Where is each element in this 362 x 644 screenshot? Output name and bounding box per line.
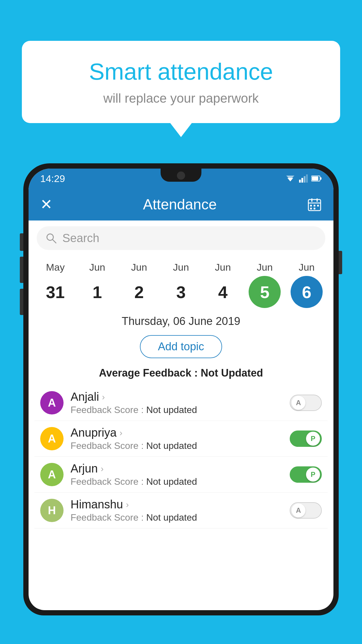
svg-line-19: [52, 239, 56, 243]
student-info: Anupriya ›Feedback Score : Not updated: [71, 426, 283, 451]
search-bar[interactable]: Search: [37, 226, 325, 250]
student-avatar: A: [40, 391, 64, 414]
calendar-day[interactable]: Jun4: [205, 262, 240, 308]
student-name: Arjun ›: [71, 462, 283, 475]
attendance-toggle[interactable]: P: [290, 466, 322, 483]
calendar-month-label: Jun: [257, 262, 273, 273]
svg-rect-12: [317, 198, 318, 202]
calendar-date-number[interactable]: 2: [123, 276, 155, 308]
attendance-toggle[interactable]: P: [290, 430, 322, 447]
power-button: [339, 251, 342, 274]
calendar-month-label: Jun: [131, 262, 147, 273]
attendance-toggle[interactable]: A: [290, 395, 322, 411]
calendar-date-number[interactable]: 1: [81, 276, 113, 308]
attendance-toggle-container: P: [290, 466, 322, 483]
attendance-toggle-container: P: [290, 430, 322, 447]
student-feedback: Feedback Score : Not updated: [71, 476, 283, 487]
student-feedback: Feedback Score : Not updated: [71, 405, 283, 415]
close-button[interactable]: ✕: [40, 196, 52, 213]
chevron-icon: ›: [101, 464, 103, 474]
avg-feedback-label: Average Feedback :: [99, 367, 198, 379]
student-avatar: A: [40, 427, 64, 450]
svg-rect-7: [320, 177, 321, 180]
calendar-date-number[interactable]: 3: [165, 276, 197, 308]
student-list: AAnjali ›Feedback Score : Not updatedAAA…: [29, 385, 333, 528]
student-info: Himanshu ›Feedback Score : Not updated: [71, 498, 283, 523]
student-info: Arjun ›Feedback Score : Not updated: [71, 462, 283, 487]
calendar-date-number[interactable]: 5: [249, 276, 281, 308]
speech-bubble-title: Smart attendance: [45, 58, 317, 85]
search-placeholder: Search: [62, 232, 99, 245]
calendar-month-label: Jun: [299, 262, 315, 273]
svg-rect-17: [314, 208, 315, 209]
calendar-day[interactable]: Jun3: [164, 262, 198, 308]
svg-rect-3: [301, 178, 303, 183]
app-title: Attendance: [143, 196, 217, 213]
svg-rect-13: [310, 205, 312, 206]
calendar-month-label: Jun: [215, 262, 231, 273]
attendance-toggle-container: A: [290, 502, 322, 519]
student-item[interactable]: AAnupriya ›Feedback Score : Not updatedP: [34, 421, 328, 457]
calendar-day[interactable]: Jun1: [80, 262, 115, 308]
status-time: 14:29: [40, 173, 65, 184]
calendar-day[interactable]: May31: [38, 262, 73, 308]
feedback-value: Not updated: [146, 476, 197, 487]
student-item[interactable]: AArjun ›Feedback Score : Not updatedP: [34, 457, 328, 493]
attendance-toggle-container: A: [290, 395, 322, 411]
calendar-day[interactable]: Jun6: [289, 262, 324, 308]
calendar-date-number[interactable]: 31: [39, 276, 71, 308]
calendar-month-label: Jun: [173, 262, 189, 273]
phone-outer: 14:29: [23, 163, 339, 615]
svg-rect-4: [304, 176, 305, 183]
student-feedback: Feedback Score : Not updated: [71, 440, 283, 451]
toggle-knob: P: [306, 468, 320, 482]
attendance-toggle[interactable]: A: [290, 502, 322, 519]
speech-bubble: Smart attendance will replace your paper…: [22, 41, 340, 123]
volume-button-1: [20, 233, 23, 251]
volume-button-3: [20, 289, 23, 315]
svg-rect-8: [312, 176, 318, 181]
signal-icon: [299, 174, 308, 183]
svg-rect-5: [306, 174, 308, 183]
speech-bubble-container: Smart attendance will replace your paper…: [22, 41, 340, 123]
avg-feedback-value: Not Updated: [201, 367, 263, 379]
student-info: Anjali ›Feedback Score : Not updated: [71, 390, 283, 415]
chevron-icon: ›: [102, 392, 105, 402]
svg-rect-14: [314, 205, 315, 206]
app-bar: ✕ Attendance: [29, 188, 333, 220]
calendar-day[interactable]: Jun5: [247, 262, 282, 308]
student-name: Anupriya ›: [71, 426, 283, 439]
calendar-strip: May31Jun1Jun2Jun3Jun4Jun5Jun6: [29, 256, 333, 308]
calendar-icon[interactable]: [307, 197, 322, 212]
toggle-knob: A: [291, 396, 305, 410]
student-avatar: A: [40, 463, 64, 486]
search-icon: [45, 232, 57, 244]
student-name: Himanshu ›: [71, 498, 283, 511]
student-item[interactable]: HHimanshu ›Feedback Score : Not updatedA: [34, 493, 328, 528]
svg-rect-11: [311, 198, 312, 202]
selected-date: Thursday, 06 June 2019: [29, 308, 333, 332]
calendar-month-label: May: [46, 262, 65, 273]
feedback-value: Not updated: [146, 405, 197, 415]
student-item[interactable]: AAnjali ›Feedback Score : Not updatedA: [34, 385, 328, 421]
add-topic-button[interactable]: Add topic: [140, 335, 222, 358]
battery-icon: [311, 175, 322, 182]
phone-mockup: 14:29: [23, 163, 339, 644]
calendar-month-label: Jun: [89, 262, 105, 273]
toggle-knob: A: [291, 503, 305, 517]
wifi-icon: [285, 174, 296, 183]
phone-camera: [177, 172, 185, 180]
calendar-date-number[interactable]: 6: [291, 276, 323, 308]
add-topic-container: Add topic: [29, 332, 333, 364]
feedback-value: Not updated: [146, 512, 197, 523]
phone-screen: 14:29: [29, 169, 333, 610]
toggle-knob: P: [306, 432, 320, 446]
svg-rect-15: [317, 205, 319, 206]
feedback-value: Not updated: [146, 440, 197, 451]
svg-rect-16: [310, 208, 312, 209]
svg-marker-1: [286, 176, 294, 180]
chevron-icon: ›: [120, 428, 122, 438]
calendar-day[interactable]: Jun2: [122, 262, 157, 308]
calendar-date-number[interactable]: 4: [207, 276, 239, 308]
svg-rect-2: [299, 180, 301, 183]
